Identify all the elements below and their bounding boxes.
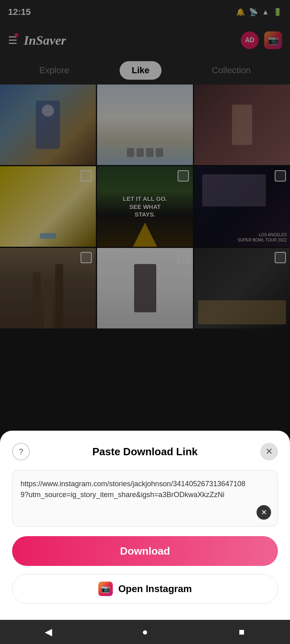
recent-button[interactable]: ■ xyxy=(232,624,252,640)
sheet-title: Paste Download Link xyxy=(30,446,260,458)
open-instagram-button[interactable]: 📷 Open Instagram xyxy=(12,574,278,604)
back-button[interactable]: ◀ xyxy=(38,624,58,640)
url-input-container[interactable]: https://www.instagram.com/stories/jackjo… xyxy=(12,470,278,526)
home-button[interactable]: ● xyxy=(135,624,155,640)
sheet-header: ? Paste Download Link ✕ xyxy=(12,443,278,460)
bottom-sheet: ? Paste Download Link ✕ https://www.inst… xyxy=(0,431,290,620)
close-button[interactable]: ✕ xyxy=(260,443,278,460)
instagram-small-icon: 📷 xyxy=(98,582,113,596)
help-button[interactable]: ? xyxy=(12,443,30,460)
clear-url-button[interactable]: ✕ xyxy=(257,505,271,520)
url-text: https://www.instagram.com/stories/jackjo… xyxy=(21,479,269,500)
nav-bar: ◀ ● ■ xyxy=(0,620,290,644)
download-button[interactable]: Download xyxy=(12,536,278,566)
